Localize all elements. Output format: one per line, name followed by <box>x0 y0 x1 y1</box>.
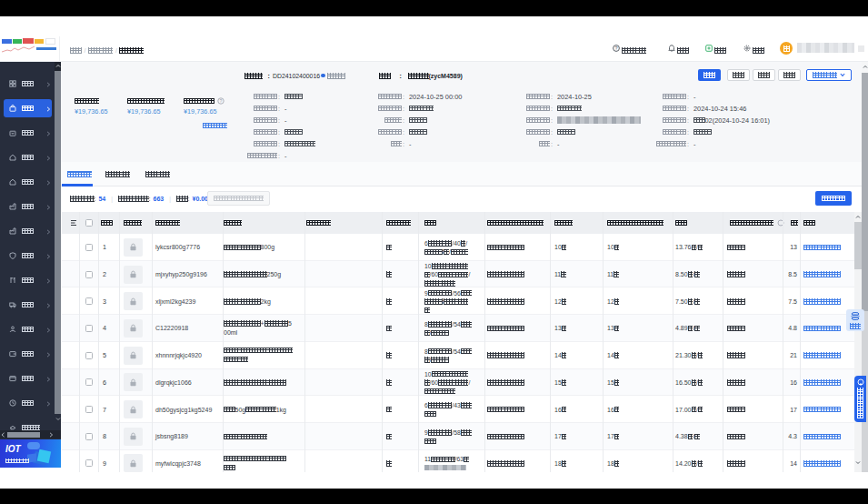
svg-text:?: ? <box>614 45 617 51</box>
svg-text:?: ? <box>220 98 223 104</box>
